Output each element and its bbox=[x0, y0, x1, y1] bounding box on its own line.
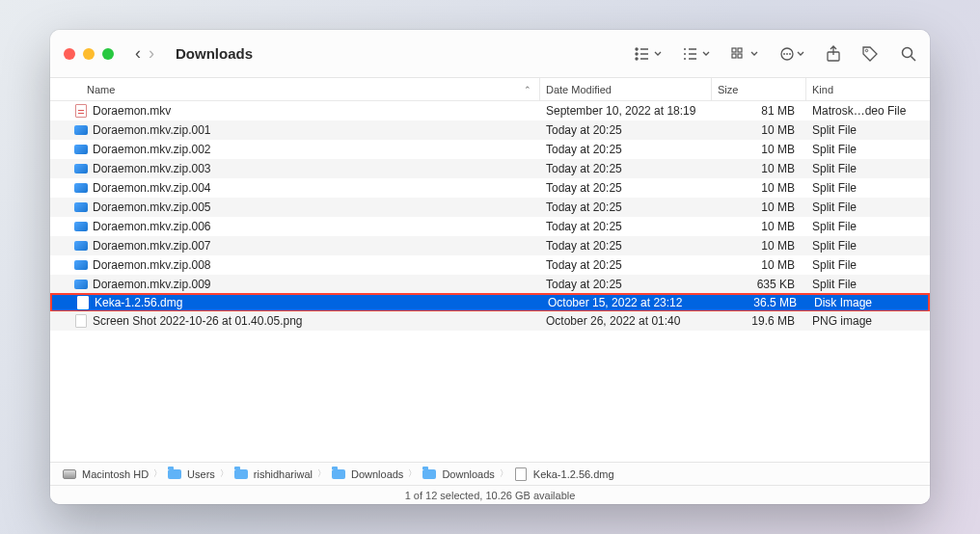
file-row[interactable]: Doraemon.mkv.zip.007Today at 20:2510 MBS… bbox=[50, 236, 930, 255]
breadcrumb-item[interactable]: Downloads bbox=[331, 467, 403, 482]
column-size[interactable]: Size bbox=[712, 78, 806, 100]
svg-point-2 bbox=[636, 53, 638, 55]
file-size: 36.5 MB bbox=[714, 296, 808, 309]
sort-indicator-icon: ⌃ bbox=[524, 85, 531, 94]
file-row[interactable]: Doraemon.mkv.zip.001Today at 20:2510 MBS… bbox=[50, 120, 930, 140]
file-name: Doraemon.mkv.zip.006 bbox=[93, 220, 211, 233]
svg-rect-12 bbox=[732, 48, 736, 52]
column-headers: Name ⌃ Date Modified Size Kind bbox=[50, 78, 930, 101]
back-button[interactable]: ‹ bbox=[135, 43, 141, 64]
chevron-down-icon bbox=[702, 50, 710, 58]
file-date: Today at 20:25 bbox=[540, 162, 712, 175]
png-file-icon bbox=[73, 313, 89, 329]
breadcrumb-separator: 〉 bbox=[153, 467, 162, 480]
file-date: September 10, 2022 at 18:19 bbox=[540, 104, 712, 118]
minimize-button[interactable] bbox=[83, 48, 95, 60]
search-button[interactable] bbox=[901, 46, 916, 62]
file-date: October 26, 2022 at 01:40 bbox=[540, 314, 712, 328]
svg-point-0 bbox=[636, 48, 638, 50]
breadcrumb-separator: 〉 bbox=[500, 467, 508, 480]
dmg-file-icon bbox=[513, 467, 529, 482]
file-size: 10 MB bbox=[712, 181, 806, 195]
file-kind: Disk Image bbox=[808, 296, 928, 309]
file-kind: PNG image bbox=[806, 314, 930, 328]
file-row[interactable]: Doraemon.mkv.zip.005Today at 20:2510 MBS… bbox=[50, 198, 930, 217]
file-size: 10 MB bbox=[712, 123, 806, 137]
view-list-button[interactable] bbox=[635, 47, 662, 61]
forward-button[interactable]: › bbox=[149, 43, 154, 64]
breadcrumb-item[interactable]: Downloads bbox=[422, 467, 494, 482]
breadcrumb-item[interactable]: Macintosh HD bbox=[62, 467, 149, 482]
split-file-icon bbox=[73, 122, 89, 138]
breadcrumb-label: Downloads bbox=[442, 468, 494, 480]
file-row[interactable]: Doraemon.mkv.zip.006Today at 20:2510 MBS… bbox=[50, 217, 930, 236]
titlebar: ‹ › Downloads bbox=[50, 30, 930, 78]
file-row[interactable]: Doraemon.mkv.zip.008Today at 20:2510 MBS… bbox=[50, 255, 930, 275]
file-name: Doraemon.mkv.zip.007 bbox=[93, 239, 211, 253]
svg-line-23 bbox=[912, 56, 916, 61]
column-date[interactable]: Date Modified bbox=[540, 78, 712, 100]
file-name: Doraemon.mkv.zip.004 bbox=[93, 181, 211, 195]
traffic-lights bbox=[64, 48, 114, 60]
svg-point-22 bbox=[903, 47, 912, 57]
split-file-icon bbox=[73, 277, 89, 292]
file-row[interactable]: Doraemon.mkv.zip.009Today at 20:25635 KB… bbox=[50, 275, 930, 294]
file-name: Doraemon.mkv.zip.008 bbox=[93, 258, 211, 272]
file-size: 10 MB bbox=[712, 200, 806, 214]
split-file-icon bbox=[73, 219, 89, 234]
file-row[interactable]: Doraemon.mkvSeptember 10, 2022 at 18:198… bbox=[50, 101, 930, 120]
window-title: Downloads bbox=[176, 45, 253, 62]
file-date: Today at 20:25 bbox=[540, 200, 712, 214]
share-button[interactable] bbox=[826, 45, 841, 63]
video-file-icon bbox=[73, 103, 89, 119]
file-row[interactable]: Doraemon.mkv.zip.004Today at 20:2510 MBS… bbox=[50, 178, 930, 198]
file-date: Today at 20:25 bbox=[540, 220, 712, 233]
folder-icon bbox=[167, 467, 182, 482]
svg-point-19 bbox=[789, 53, 791, 55]
breadcrumb-item[interactable]: Users bbox=[167, 467, 215, 482]
file-name: Doraemon.mkv.zip.009 bbox=[93, 278, 211, 291]
tags-button[interactable] bbox=[862, 46, 880, 62]
file-date: Today at 20:25 bbox=[540, 123, 712, 137]
breadcrumb-item[interactable]: rishidhariwal bbox=[233, 467, 313, 482]
file-size: 19.6 MB bbox=[712, 314, 806, 328]
file-size: 635 KB bbox=[712, 278, 806, 291]
svg-point-17 bbox=[783, 53, 785, 55]
file-row[interactable]: Doraemon.mkv.zip.003Today at 20:2510 MBS… bbox=[50, 159, 930, 178]
breadcrumb-separator: 〉 bbox=[408, 467, 417, 480]
column-kind[interactable]: Kind bbox=[806, 78, 930, 100]
harddrive-icon bbox=[62, 467, 77, 482]
toolbar bbox=[635, 45, 916, 63]
breadcrumb-separator: 〉 bbox=[220, 467, 229, 480]
nav-buttons: ‹ › bbox=[135, 43, 154, 64]
file-name: Screen Shot 2022-10-26 at 01.40.05.png bbox=[93, 314, 303, 328]
dmg-file-icon bbox=[75, 295, 91, 310]
file-row[interactable]: Doraemon.mkv.zip.002Today at 20:2510 MBS… bbox=[50, 140, 930, 159]
file-list[interactable]: Doraemon.mkvSeptember 10, 2022 at 18:198… bbox=[50, 101, 930, 462]
folder-icon bbox=[233, 467, 249, 482]
file-kind: Split File bbox=[806, 239, 930, 253]
split-file-icon bbox=[73, 257, 89, 273]
breadcrumb-label: Users bbox=[187, 468, 215, 480]
svg-point-4 bbox=[636, 58, 638, 60]
group-button[interactable] bbox=[683, 47, 710, 61]
file-kind: Matrosk…deo File bbox=[806, 104, 930, 118]
chevron-down-icon bbox=[750, 50, 758, 58]
svg-rect-15 bbox=[738, 54, 742, 58]
column-name[interactable]: Name ⌃ bbox=[50, 78, 540, 100]
svg-point-18 bbox=[786, 53, 788, 55]
arrange-button[interactable] bbox=[731, 47, 758, 61]
maximize-button[interactable] bbox=[102, 48, 114, 60]
file-size: 81 MB bbox=[712, 104, 806, 118]
file-kind: Split File bbox=[806, 143, 930, 156]
chevron-down-icon bbox=[797, 50, 804, 58]
close-button[interactable] bbox=[64, 48, 75, 60]
folder-icon bbox=[331, 467, 346, 482]
breadcrumb-label: Keka-1.2.56.dmg bbox=[533, 468, 614, 480]
breadcrumb-item[interactable]: Keka-1.2.56.dmg bbox=[513, 467, 614, 482]
file-kind: Split File bbox=[806, 181, 930, 195]
action-button[interactable] bbox=[779, 46, 804, 62]
file-row[interactable]: Screen Shot 2022-10-26 at 01.40.05.pngOc… bbox=[50, 311, 930, 331]
file-row[interactable]: Keka-1.2.56.dmgOctober 15, 2022 at 23:12… bbox=[50, 293, 930, 312]
breadcrumb-separator: 〉 bbox=[317, 467, 326, 480]
